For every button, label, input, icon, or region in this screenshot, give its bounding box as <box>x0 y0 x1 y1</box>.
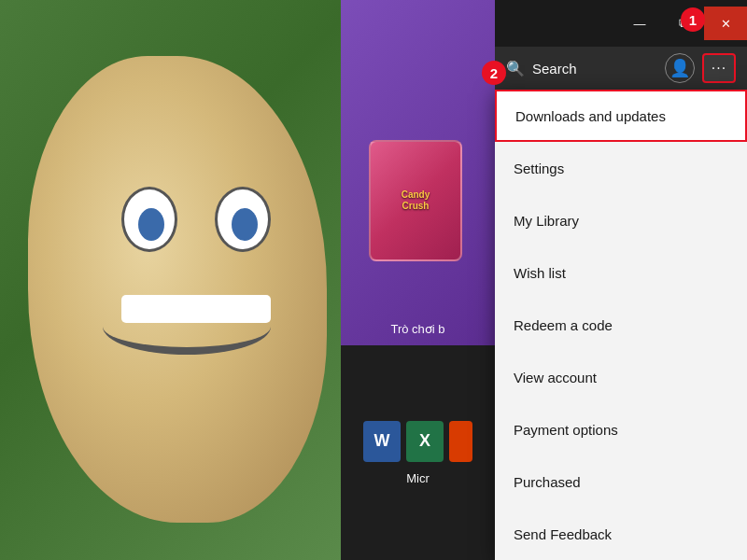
menu-item-downloads[interactable]: Downloads and updates <box>495 90 747 142</box>
office-tile-label: Micr <box>406 471 430 485</box>
search-bar[interactable]: 🔍 Search 👤 ··· <box>495 47 747 90</box>
badge-1: 1 <box>681 7 705 32</box>
menu-item-settings[interactable]: Settings <box>495 142 747 194</box>
menu-item-wish-list[interactable]: Wish list <box>495 246 747 299</box>
game-tile[interactable]: CandyCrush Trò chơi b <box>341 0 495 345</box>
more-options-button[interactable]: ··· <box>702 53 736 83</box>
character-background <box>0 0 341 560</box>
office-tile[interactable]: W X Micr <box>341 345 495 560</box>
menu-item-payment[interactable]: Payment options <box>495 403 747 455</box>
menu-item-my-library[interactable]: My Library <box>495 194 747 246</box>
badge-2: 2 <box>482 61 506 85</box>
menu-item-purchased[interactable]: Purchased <box>495 455 747 508</box>
menu-item-redeem[interactable]: Redeem a code <box>495 299 747 351</box>
office-icons: W X <box>363 421 472 462</box>
window-topbar: — ⧉ ✕ <box>495 0 747 47</box>
dropdown-menu: Downloads and updates Settings My Librar… <box>495 90 747 560</box>
candy-logo-text: CandyCrush <box>398 186 434 216</box>
powerpoint-icon <box>449 421 472 462</box>
char-eye-left <box>121 187 177 252</box>
user-icon-button[interactable]: 👤 <box>665 53 695 83</box>
char-eye-right <box>215 187 271 252</box>
candy-crush-box: CandyCrush <box>369 140 462 261</box>
char-mouth <box>103 299 271 355</box>
char-pupil-left <box>138 208 164 241</box>
close-button[interactable]: ✕ <box>704 7 747 40</box>
search-label: Search <box>532 61 657 77</box>
tiles-panel: CandyCrush Trò chơi b W X Micr <box>341 0 495 560</box>
menu-item-view-account[interactable]: View account <box>495 351 747 403</box>
menu-item-feedback[interactable]: Send Feedback <box>495 508 747 560</box>
minimize-button[interactable]: — <box>618 7 661 40</box>
game-tile-label: Trò chơi b <box>341 322 495 336</box>
word-icon: W <box>363 421 401 462</box>
character-face <box>28 56 327 523</box>
search-icon: 🔍 <box>506 60 525 77</box>
char-pupil-right <box>232 208 258 241</box>
excel-icon: X <box>406 421 444 462</box>
